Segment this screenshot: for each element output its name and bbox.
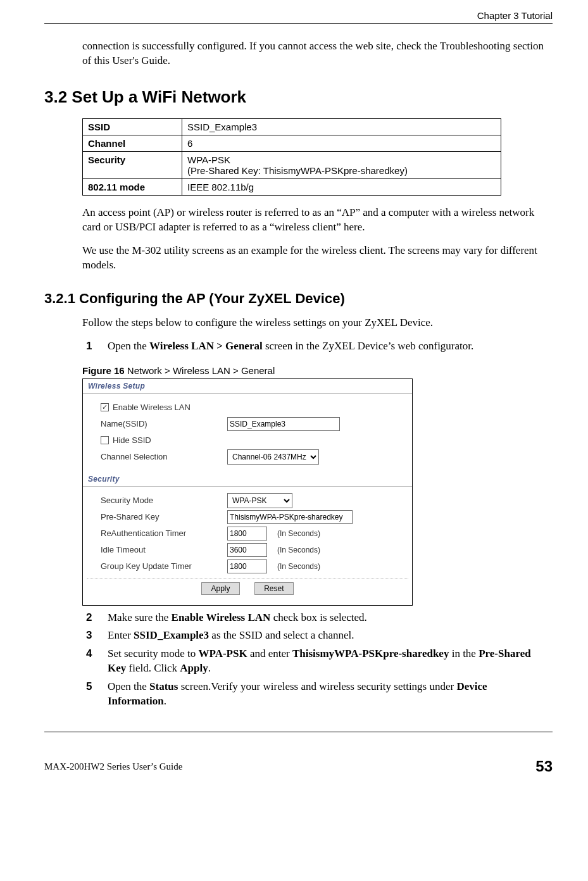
enable-wlan-checkbox[interactable]: ✓ <box>101 403 109 411</box>
security-mode-label: Security Mode <box>101 496 227 505</box>
wifi-settings-table: SSID SSID_Example3 Channel 6 Security WP… <box>82 118 501 196</box>
guide-title: MAX-200HW2 Series User’s Guide <box>44 761 182 772</box>
hide-ssid-checkbox[interactable] <box>101 436 109 444</box>
table-row: Security WPA-PSK (Pre-Shared Key: Thisis… <box>83 151 501 178</box>
button-row: Apply Reset <box>87 578 408 599</box>
table-label: SSID <box>83 118 182 135</box>
step-text: Make sure the Enable Wireless LAN check … <box>108 611 367 625</box>
wireless-setup-panel-header: Wireless Setup <box>83 379 412 394</box>
subsection-lead: Follow the steps below to configure the … <box>82 316 547 330</box>
idle-input[interactable] <box>227 543 267 557</box>
intro-paragraph: connection is successfully configured. I… <box>82 39 547 68</box>
step-text: Enter SSID_Example3 as the SSID and sele… <box>108 628 354 643</box>
body-paragraph: An access point (AP) or wireless router … <box>82 206 547 235</box>
table-row: 802.11 mode IEEE 802.11b/g <box>83 178 501 195</box>
step-item: 2Make sure the Enable Wireless LAN check… <box>82 611 547 625</box>
gku-label: Group Key Update Timer <box>101 561 227 571</box>
step-item: 5Open the Status screen.Verify your wire… <box>82 680 547 709</box>
page-footer: MAX-200HW2 Series User’s Guide 53 <box>44 758 553 775</box>
figure-caption: Figure 16 Network > Wireless LAN > Gener… <box>82 365 547 376</box>
step-list: 1 Open the Wireless LAN > General screen… <box>82 339 547 354</box>
hide-ssid-label: Hide SSID <box>113 435 151 445</box>
page-header: Chapter 3 Tutorial <box>44 10 553 21</box>
seconds-unit: (In Seconds) <box>277 529 320 538</box>
step-number: 2 <box>82 611 108 625</box>
ssid-input[interactable] <box>227 417 340 431</box>
figure-title: Network > Wireless LAN > General <box>125 365 275 376</box>
table-row: Channel 6 <box>83 135 501 151</box>
table-value: SSID_Example3 <box>182 118 501 135</box>
seconds-unit: (In Seconds) <box>277 562 320 571</box>
subsection-heading-3-2-1: 3.2.1 Configuring the AP (Your ZyXEL Dev… <box>44 291 553 307</box>
reauth-input[interactable] <box>227 527 267 540</box>
table-value: WPA-PSK (Pre-Shared Key: ThisismyWPA-PSK… <box>182 151 501 178</box>
step-item: 1 Open the Wireless LAN > General screen… <box>82 339 547 354</box>
step-number: 4 <box>82 647 108 676</box>
reauth-label: ReAuthentication Timer <box>101 528 227 538</box>
security-panel: Security Mode WPA-PSK Pre-Shared Key ReA… <box>83 487 412 605</box>
step-item: 4Set security mode to WPA-PSK and enter … <box>82 647 547 676</box>
figure-screenshot: Wireless Setup ✓ Enable Wireless LAN Nam… <box>82 378 413 606</box>
table-value: 6 <box>182 135 501 151</box>
table-row: SSID SSID_Example3 <box>83 118 501 135</box>
wireless-setup-panel: ✓ Enable Wireless LAN Name(SSID) Hide SS… <box>83 394 412 472</box>
step-text: Open the Wireless LAN > General screen i… <box>108 339 473 354</box>
table-label: Security <box>83 151 182 178</box>
table-label: Channel <box>83 135 182 151</box>
step-text: Set security mode to WPA-PSK and enter T… <box>108 647 547 676</box>
footer-rule <box>44 732 553 732</box>
security-panel-header: Security <box>83 472 412 487</box>
step-item: 3Enter SSID_Example3 as the SSID and sel… <box>82 628 547 643</box>
seconds-unit: (In Seconds) <box>277 546 320 554</box>
section-heading-3-2: 3.2 Set Up a WiFi Network <box>44 87 553 107</box>
psk-label: Pre-Shared Key <box>101 512 227 522</box>
channel-label: Channel Selection <box>101 452 227 461</box>
step-list-continued: 2Make sure the Enable Wireless LAN check… <box>82 611 547 709</box>
apply-button[interactable]: Apply <box>201 582 239 595</box>
header-rule <box>44 23 553 24</box>
psk-input[interactable] <box>227 510 353 524</box>
body-paragraph: We use the M-302 utility screens as an e… <box>82 244 547 273</box>
gku-input[interactable] <box>227 559 267 573</box>
figure-number: Figure 16 <box>82 365 125 376</box>
reset-button[interactable]: Reset <box>254 582 293 595</box>
chapter-label: Chapter 3 Tutorial <box>477 10 553 21</box>
table-value: IEEE 802.11b/g <box>182 178 501 195</box>
step-number: 3 <box>82 628 108 643</box>
step-number: 5 <box>82 680 108 709</box>
enable-wlan-label: Enable Wireless LAN <box>113 403 191 412</box>
idle-label: Idle Timeout <box>101 545 227 554</box>
ssid-label: Name(SSID) <box>101 419 227 428</box>
step-text: Open the Status screen.Verify your wirel… <box>108 680 547 709</box>
step-number: 1 <box>82 339 108 354</box>
channel-select[interactable]: Channel-06 2437MHz <box>227 449 319 465</box>
security-mode-select[interactable]: WPA-PSK <box>227 493 292 508</box>
page-number: 53 <box>535 758 553 775</box>
table-label: 802.11 mode <box>83 178 182 195</box>
